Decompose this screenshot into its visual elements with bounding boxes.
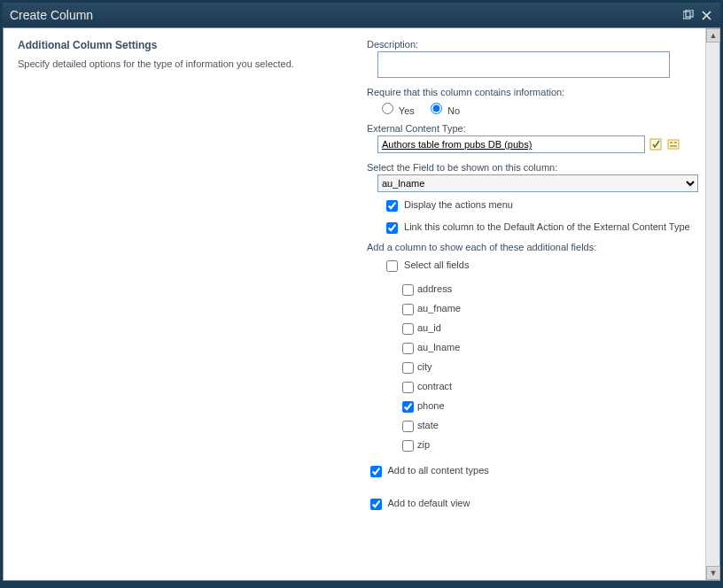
field-label-au_fname: au_fname <box>417 303 461 313</box>
field-checkbox-city[interactable] <box>402 362 414 374</box>
field-checkbox-address[interactable] <box>402 284 414 296</box>
svg-rect-4 <box>670 142 672 143</box>
field-checkbox-au_lname[interactable] <box>402 343 414 354</box>
field-checkbox-au_fname[interactable] <box>402 304 414 315</box>
ect-label: External Content Type: <box>367 123 698 134</box>
svg-rect-5 <box>674 142 677 143</box>
field-label-city: city <box>417 361 432 372</box>
require-yes-option[interactable]: Yes <box>377 105 415 116</box>
select-field-label: Select the Field to be shown on this col… <box>367 162 698 173</box>
field-row-contract[interactable]: contract <box>399 379 698 396</box>
field-label-state: state <box>417 420 439 430</box>
add-default-view-label: Add to default view <box>387 498 470 508</box>
maximize-icon[interactable] <box>681 8 696 22</box>
add-default-view-checkbox[interactable] <box>370 499 382 510</box>
svg-rect-3 <box>668 140 679 149</box>
external-content-type-input[interactable] <box>377 135 645 153</box>
field-label-au_lname: au_lname <box>417 342 460 352</box>
left-pane: Additional Column Settings Specify detai… <box>4 28 360 580</box>
require-label: Require that this column contains inform… <box>367 87 698 97</box>
field-label-zip: zip <box>417 439 430 450</box>
field-row-zip[interactable]: zip <box>399 437 698 454</box>
add-all-content-types-row[interactable]: Add to all content types <box>367 463 698 480</box>
titlebar: Create Column <box>3 3 720 27</box>
description-label: Description: <box>367 39 698 50</box>
field-select[interactable]: au_lname <box>377 174 698 192</box>
add-default-view-row[interactable]: Add to default view <box>367 496 698 513</box>
field-checkbox-phone[interactable] <box>402 401 414 413</box>
link-default-checkbox[interactable] <box>386 222 398 234</box>
field-checkbox-state[interactable] <box>402 421 414 432</box>
require-no-radio[interactable] <box>431 103 442 114</box>
svg-rect-1 <box>686 10 693 17</box>
field-label-au_id: au_id <box>417 322 441 333</box>
section-title: Additional Column Settings <box>18 39 346 51</box>
field-label-address: address <box>417 283 452 294</box>
add-all-content-types-checkbox[interactable] <box>370 466 382 477</box>
require-no-option[interactable]: No <box>426 105 460 116</box>
field-label-contract: contract <box>417 381 452 391</box>
add-all-content-types-label: Add to all content types <box>387 465 488 476</box>
close-icon[interactable] <box>699 8 713 22</box>
display-actions-label: Display the actions menu <box>404 199 513 210</box>
field-checkbox-zip[interactable] <box>402 440 414 452</box>
check-entity-icon[interactable] <box>649 137 663 151</box>
section-description: Specify detailed options for the type of… <box>18 58 346 69</box>
select-all-checkbox[interactable] <box>386 260 398 272</box>
field-row-city[interactable]: city <box>399 360 698 376</box>
svg-rect-2 <box>650 139 661 150</box>
field-checkbox-contract[interactable] <box>402 382 414 393</box>
svg-rect-6 <box>670 145 677 147</box>
browse-entity-icon[interactable] <box>666 137 680 151</box>
field-label-phone: phone <box>417 400 445 411</box>
scroll-up-icon[interactable]: ▲ <box>706 28 720 43</box>
right-pane: Description: Require that this column co… <box>360 28 719 580</box>
require-yes-radio[interactable] <box>382 103 393 114</box>
field-checkbox-au_id[interactable] <box>402 323 414 335</box>
display-actions-row[interactable]: Display the actions menu <box>383 197 698 214</box>
window-title: Create Column <box>10 8 678 22</box>
add-fields-label: Add a column to show each of these addit… <box>367 242 698 252</box>
display-actions-checkbox[interactable] <box>386 200 398 212</box>
svg-rect-0 <box>683 12 690 19</box>
dialog-body: Additional Column Settings Specify detai… <box>3 27 720 581</box>
yes-label: Yes <box>399 105 415 116</box>
no-label: No <box>447 105 460 116</box>
scroll-down-icon[interactable]: ▼ <box>706 566 720 580</box>
field-row-phone[interactable]: phone <box>399 398 698 415</box>
field-row-state[interactable]: state <box>399 418 698 435</box>
link-default-label: Link this column to the Default Action o… <box>404 221 690 232</box>
vertical-scrollbar[interactable]: ▲ ▼ <box>705 28 719 580</box>
description-textarea[interactable] <box>377 51 670 78</box>
field-row-au_lname[interactable]: au_lname <box>399 340 698 357</box>
field-row-au_id[interactable]: au_id <box>399 321 698 337</box>
select-all-row[interactable]: Select all fields <box>383 258 698 275</box>
field-row-au_fname[interactable]: au_fname <box>399 301 698 318</box>
field-row-address[interactable]: address <box>399 282 698 298</box>
link-default-row[interactable]: Link this column to the Default Action o… <box>383 220 698 236</box>
select-all-label: Select all fields <box>404 259 469 270</box>
